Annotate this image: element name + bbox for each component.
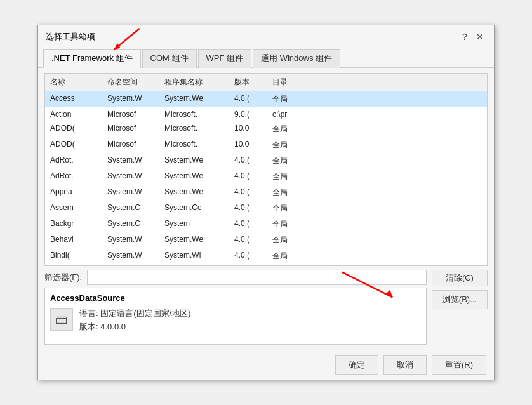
info-title: AccessDataSource <box>50 293 421 303</box>
cell-namespace: System.C <box>105 218 162 231</box>
cell-assembly: System.We <box>162 234 232 247</box>
table-row[interactable]: AdRot.System.WSystem.We4.0.(全局 <box>45 169 487 185</box>
cell-name: AdRot. <box>48 170 105 183</box>
cell-dir: 全局 <box>270 186 321 199</box>
cell-assembly: System.We <box>162 186 232 199</box>
cell-version: 9.0.( <box>232 109 270 120</box>
cell-name: ADOD( <box>48 123 105 136</box>
reset-button[interactable]: 重置(R) <box>432 355 486 375</box>
info-details: 语言: 固定语言(固定国家/地区) 版本: 4.0.0.0 <box>79 308 191 333</box>
cell-namespace: System.W <box>105 154 162 168</box>
cell-namespace: System.C <box>105 202 162 215</box>
cell-name: Behavi <box>48 234 105 247</box>
filter-row: 筛选器(F): <box>44 270 427 285</box>
cell-assembly: System.We <box>162 93 232 106</box>
bottom-bar: 确定 取消 重置(R) <box>38 350 494 380</box>
cell-assembly: System.Co <box>162 202 232 215</box>
cell-name: Access <box>48 93 105 106</box>
cell-assembly: System.Wi <box>162 249 232 263</box>
col-dir: 目录 <box>270 76 321 89</box>
cell-namespace: System.W <box>105 186 162 199</box>
cell-dir: 全局 <box>270 138 321 152</box>
cell-version: 4.0.( <box>232 202 270 215</box>
filter-section: 筛选器(F): AccessDataSource 🗃 语言: 固定语言(固定国家… <box>44 270 427 345</box>
table-row[interactable]: AccessSystem.WSystem.We4.0.(全局 <box>45 91 487 107</box>
info-line-2: 版本: 4.0.0.0 <box>79 321 191 333</box>
cell-name: Action <box>48 109 105 120</box>
table-row[interactable]: ADOD(MicrosofMicrosoft.10.0全局 <box>45 137 487 153</box>
title-bar: 选择工具箱项 ? ✕ <box>38 25 494 47</box>
filter-input[interactable] <box>87 270 427 285</box>
filter-label: 筛选器(F): <box>44 272 82 283</box>
cell-name: Backgr <box>48 218 105 231</box>
info-line-1: 语言: 固定语言(固定国家/地区) <box>79 308 191 319</box>
col-assembly: 程序集名称 <box>162 76 232 89</box>
col-version: 版本 <box>232 76 270 89</box>
cell-version: 10.0 <box>232 123 270 136</box>
cell-dir: c:\pr <box>270 109 321 120</box>
tab-uwp[interactable]: 通用 Windows 组件 <box>253 49 340 68</box>
cell-version: 4.0.( <box>232 186 270 199</box>
cell-version: 4.0.( <box>232 170 270 183</box>
cell-dir: 全局 <box>270 93 321 106</box>
dialog-title: 选择工具箱项 <box>46 31 95 43</box>
clear-button[interactable]: 清除(C) <box>432 270 488 286</box>
tab-wpf[interactable]: WPF 组件 <box>198 49 252 68</box>
table-row[interactable]: AppeaSystem.WSystem.We4.0.(全局 <box>45 185 487 201</box>
table-row[interactable]: BackgrSystem.CSystem4.0.(全局 <box>45 216 487 232</box>
cell-version: 10.0 <box>232 138 270 152</box>
cell-name: Appea <box>48 186 105 199</box>
tabs-container: .NET Framework 组件 COM 组件 WPF 组件 通用 Windo… <box>38 48 494 68</box>
components-table: 名称 命名空间 程序集名称 版本 目录 AccessSystem.WSystem… <box>44 73 488 266</box>
cell-assembly: Microsoft. <box>162 109 232 120</box>
cell-dir: 全局 <box>270 154 321 168</box>
cell-version: 4.0.( <box>232 234 270 247</box>
close-button[interactable]: ✕ <box>474 30 486 43</box>
cell-dir: 全局 <box>270 234 321 247</box>
cell-assembly: Microsoft. <box>162 138 232 152</box>
table-row[interactable]: AssemSystem.CSystem.Co4.0.(全局 <box>45 201 487 216</box>
cell-version: 4.0.( <box>232 218 270 231</box>
table-row[interactable]: Bindi(System.WSystem.Wi4.0.(全局 <box>45 248 487 264</box>
tab-dotnet[interactable]: .NET Framework 组件 <box>43 49 141 68</box>
info-panel: AccessDataSource 🗃 语言: 固定语言(固定国家/地区) 版本:… <box>44 288 427 345</box>
content-area: 名称 命名空间 程序集名称 版本 目录 AccessSystem.WSystem… <box>38 68 494 350</box>
table-row[interactable]: ActionMicrosofMicrosoft.9.0.(c:\pr <box>45 107 487 121</box>
browse-button[interactable]: 浏览(B)... <box>432 290 488 309</box>
cell-namespace: System.W <box>105 93 162 106</box>
cancel-button[interactable]: 取消 <box>383 355 427 375</box>
table-row[interactable]: BehaviSystem.WSystem.We4.0.(全局 <box>45 232 487 248</box>
cell-version: 4.0.( <box>232 249 270 263</box>
col-namespace: 命名空间 <box>105 76 162 89</box>
right-buttons: 清除(C) 浏览(B)... <box>432 270 488 309</box>
info-body: 🗃 语言: 固定语言(固定国家/地区) 版本: 4.0.0.0 <box>50 308 421 333</box>
col-name: 名称 <box>48 76 105 89</box>
ok-button[interactable]: 确定 <box>335 355 378 375</box>
table-body[interactable]: AccessSystem.WSystem.We4.0.(全局ActionMicr… <box>45 91 487 265</box>
tab-com[interactable]: COM 组件 <box>142 49 197 68</box>
dialog: 选择工具箱项 ? ✕ .NET Framework 组件 COM 组件 WPF … <box>37 25 495 380</box>
table-row[interactable]: AdRot.System.WSystem.We4.0.(全局 <box>45 153 487 169</box>
help-button[interactable]: ? <box>458 30 471 43</box>
filter-browse-row: 筛选器(F): AccessDataSource 🗃 语言: 固定语言(固定国家… <box>44 270 488 345</box>
cell-name: AdRot. <box>48 154 105 168</box>
cell-dir: 全局 <box>270 249 321 263</box>
table-header: 名称 命名空间 程序集名称 版本 目录 <box>45 74 487 91</box>
cell-assembly: System.We <box>162 170 232 183</box>
cell-name: ADOD( <box>48 138 105 152</box>
cell-version: 4.0.( <box>232 93 270 106</box>
cell-assembly: System.We <box>162 154 232 168</box>
cell-dir: 全局 <box>270 218 321 231</box>
col-scroll <box>321 76 331 89</box>
cell-dir: 全局 <box>270 123 321 136</box>
cell-assembly: Microsoft. <box>162 123 232 136</box>
component-icon: 🗃 <box>50 308 73 331</box>
cell-namespace: System.W <box>105 234 162 247</box>
cell-version: 4.0.( <box>232 154 270 168</box>
cell-assembly: System <box>162 218 232 231</box>
cell-name: Bindi( <box>48 249 105 263</box>
cell-namespace: Microsof <box>105 123 162 136</box>
table-row[interactable]: ADOD(MicrosofMicrosoft.10.0全局 <box>45 121 487 137</box>
cell-namespace: Microsof <box>105 138 162 152</box>
cell-namespace: System.W <box>105 170 162 183</box>
